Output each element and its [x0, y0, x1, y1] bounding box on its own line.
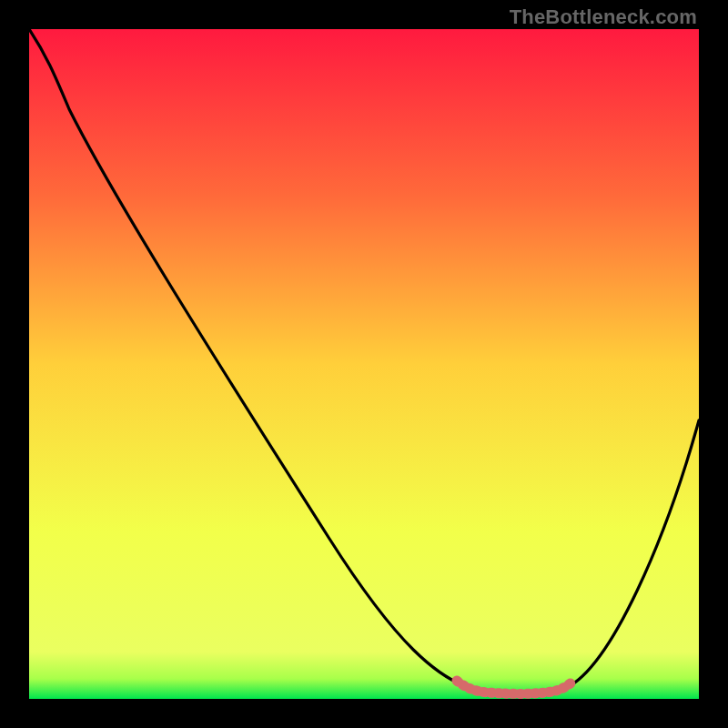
bottleneck-chart — [29, 29, 699, 699]
chart-frame — [29, 29, 699, 699]
gradient-background — [29, 29, 699, 699]
watermark-text: TheBottleneck.com — [510, 5, 697, 29]
